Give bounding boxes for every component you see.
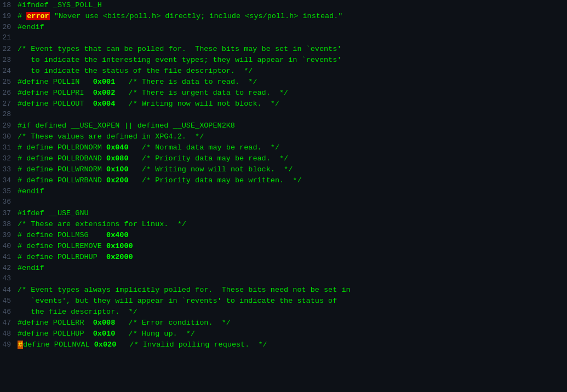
line-number-43: 43 <box>0 274 18 284</box>
code-line-41: 41 # define POLLRDHUP 0x2000 <box>0 252 567 263</box>
line-number-45: 45 <box>0 296 18 307</box>
line-content-23: to indicate the interesting event types;… <box>18 55 563 66</box>
code-line-34: 34 # define POLLWRBAND 0x200 /* Priority… <box>0 175 567 186</box>
code-editor: 18 #ifndef _SYS_POLL_H 19 # error "Never… <box>0 0 567 392</box>
line-number-32: 32 <box>0 154 18 164</box>
line-content-26: #define POLLPRI 0x002 /* There is urgent… <box>18 88 563 99</box>
line-content-20: #endif <box>18 22 563 33</box>
code-line-26: 26 #define POLLPRI 0x002 /* There is urg… <box>0 88 567 99</box>
code-line-27: 27 #define POLLOUT 0x004 /* Writing now … <box>0 99 567 109</box>
code-line-31: 31 # define POLLRDNORM 0x040 /* Normal d… <box>0 142 567 153</box>
line-content-27: #define POLLOUT 0x004 /* Writing now wil… <box>18 99 563 109</box>
line-content-34: # define POLLWRBAND 0x200 /* Priority da… <box>18 175 563 186</box>
code-line-28: 28 <box>0 109 567 120</box>
line-number-19: 19 <box>0 11 18 22</box>
line-number-46: 46 <box>0 307 18 318</box>
line-number-30: 30 <box>0 132 18 142</box>
line-number-44: 44 <box>0 285 18 296</box>
line-content-19: # error "Never use <bits/poll.h> directl… <box>18 11 563 22</box>
line-number-25: 25 <box>0 77 18 88</box>
line-number-33: 33 <box>0 165 18 175</box>
code-line-20: 20 #endif <box>0 22 567 33</box>
line-number-47: 47 <box>0 318 18 328</box>
line-content-46: the file descriptor. */ <box>18 307 563 318</box>
code-line-33: 33 # define POLLWRNORM 0x100 /* Writing … <box>0 164 567 175</box>
code-line-23: 23 to indicate the interesting event typ… <box>0 55 567 66</box>
code-line-37: 37 #ifdef __USE_GNU <box>0 208 567 219</box>
code-line-44: 44 /* Event types always implicitly poll… <box>0 285 567 296</box>
line-content-32: # define POLLRDBAND 0x080 /* Priority da… <box>18 153 563 164</box>
line-content-48: #define POLLHUP 0x010 /* Hung up. */ <box>18 328 563 339</box>
error-badge: error <box>26 12 50 20</box>
code-line-22: 22 /* Event types that can be polled for… <box>0 44 567 55</box>
code-line-18: 18 #ifndef _SYS_POLL_H <box>0 0 567 11</box>
line-number-24: 24 <box>0 66 18 77</box>
code-line-42: 42 #endif <box>0 263 567 274</box>
line-number-28: 28 <box>0 109 18 120</box>
code-line-49: 49 #define POLLNVAL 0x020 /* Invalid pol… <box>0 339 567 350</box>
line-content-42: #endif <box>18 263 563 274</box>
line-content-29: #if defined __USE_XOPEN || defined __USE… <box>18 120 563 131</box>
line-number-26: 26 <box>0 88 18 99</box>
line-number-18: 18 <box>0 1 18 11</box>
code-line-32: 32 # define POLLRDBAND 0x080 /* Priority… <box>0 153 567 164</box>
line-number-49: 49 <box>0 340 18 350</box>
line-number-29: 29 <box>0 121 18 131</box>
code-line-45: 45 `events', but they will appear in `re… <box>0 296 567 307</box>
line-content-40: # define POLLREMOVE 0x1000 <box>18 241 563 252</box>
line-number-39: 39 <box>0 230 18 241</box>
code-line-21: 21 <box>0 33 567 44</box>
line-content-38: /* These are extensions for Linux. */ <box>18 219 563 230</box>
line-number-48: 48 <box>0 329 18 339</box>
code-line-39: 39 # define POLLMSG 0x400 <box>0 230 567 241</box>
line-content-37: #ifdef __USE_GNU <box>18 208 563 219</box>
code-line-47: 47 #define POLLERR 0x008 /* Error condit… <box>0 318 567 328</box>
line-content-30: /* These values are defined in XPG4.2. *… <box>18 131 563 142</box>
line-content-25: #define POLLIN 0x001 /* There is data to… <box>18 77 563 88</box>
line-content-18: #ifndef _SYS_POLL_H <box>18 0 563 11</box>
line-content-44: /* Event types always implicitly polled … <box>18 285 563 296</box>
line-number-31: 31 <box>0 143 18 153</box>
code-line-29: 29 #if defined __USE_XOPEN || defined __… <box>0 120 567 131</box>
line-content-24: to indicate the status of the file descr… <box>18 66 563 77</box>
line-number-41: 41 <box>0 252 18 263</box>
code-line-24: 24 to indicate the status of the file de… <box>0 66 567 77</box>
line-content-45: `events', but they will appear in `reven… <box>18 296 563 307</box>
line-content-49: #define POLLNVAL 0x020 /* Invalid pollin… <box>18 339 563 350</box>
line-content-39: # define POLLMSG 0x400 <box>18 230 563 241</box>
line-content-47: #define POLLERR 0x008 /* Error condition… <box>18 318 563 328</box>
code-line-36: 36 <box>0 197 567 208</box>
code-line-35: 35 #endif <box>0 186 567 197</box>
code-line-48: 48 #define POLLHUP 0x010 /* Hung up. */ <box>0 328 567 339</box>
line-number-35: 35 <box>0 187 18 197</box>
line-number-37: 37 <box>0 209 18 219</box>
line-content-22: /* Event types that can be polled for. T… <box>18 44 563 55</box>
line-number-20: 20 <box>0 22 18 33</box>
code-line-46: 46 the file descriptor. */ <box>0 307 567 318</box>
line-number-36: 36 <box>0 197 18 207</box>
line-number-23: 23 <box>0 55 18 66</box>
code-line-43: 43 <box>0 274 567 285</box>
line-number-34: 34 <box>0 176 18 186</box>
line-number-38: 38 <box>0 220 18 230</box>
line-number-42: 42 <box>0 263 18 274</box>
code-line-19: 19 # error "Never use <bits/poll.h> dire… <box>0 11 567 22</box>
line-number-27: 27 <box>0 99 18 109</box>
code-line-38: 38 /* These are extensions for Linux. */ <box>0 219 567 230</box>
line-content-33: # define POLLWRNORM 0x100 /* Writing now… <box>18 164 563 175</box>
code-line-30: 30 /* These values are defined in XPG4.2… <box>0 131 567 142</box>
code-line-25: 25 #define POLLIN 0x001 /* There is data… <box>0 77 567 88</box>
line-content-35: #endif <box>18 186 563 197</box>
line-content-31: # define POLLRDNORM 0x040 /* Normal data… <box>18 142 563 153</box>
line-number-22: 22 <box>0 44 18 55</box>
line-content-41: # define POLLRDHUP 0x2000 <box>18 252 563 263</box>
code-line-40: 40 # define POLLREMOVE 0x1000 <box>0 241 567 252</box>
line-number-40: 40 <box>0 241 18 252</box>
line-number-21: 21 <box>0 33 18 43</box>
